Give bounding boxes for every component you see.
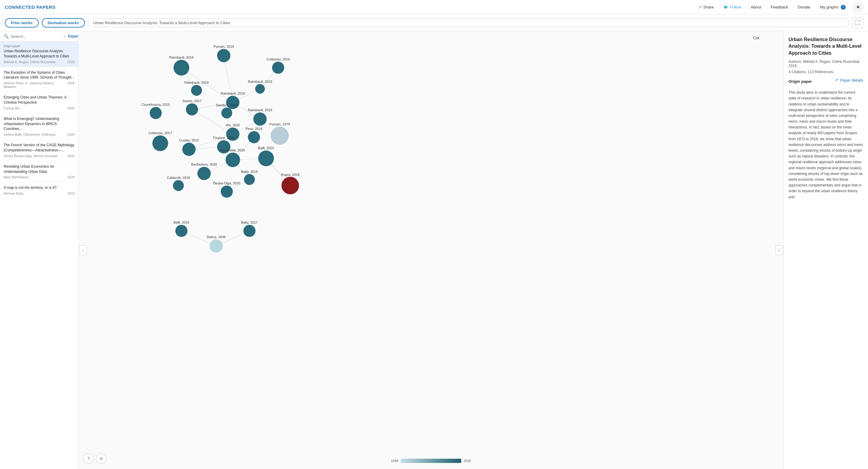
paper-item-authors: Solène Baffi, Clémentine Cottineau: [4, 133, 55, 136]
graph-node[interactable]: Rogov, 2018: [281, 173, 300, 194]
paper-list-item[interactable]: Origin paperUrban Resilience Discourse A…: [0, 41, 78, 67]
graph-node-label: Batty, 2017: [241, 221, 258, 224]
svg-point-51: [210, 239, 223, 253]
paper-item-title: What Is Emerging? Understanding Urbanisa…: [4, 116, 75, 131]
graph-controls: ? ⊙: [84, 453, 106, 464]
graph-node-label: Raimbault, 2019: [248, 80, 272, 83]
paper-item-title: Urban Resilience Discourse Analysis: Tow…: [4, 49, 75, 59]
graph-node[interactable]: Raimbault, 2018: [248, 108, 272, 126]
graph-node-label: Sanders, 2020: [216, 103, 238, 107]
svg-point-34: [221, 108, 232, 119]
fullscreen-button[interactable]: ⛶: [852, 18, 863, 28]
graph-node-label: Raimbault, 2018: [221, 92, 245, 95]
graph-node[interactable]: Rozenblat, 2018: [221, 148, 245, 167]
prior-works-button[interactable]: Prior works: [5, 18, 39, 28]
graph-node-label: Barthelemy, 2020: [191, 163, 217, 166]
graph-node-label: Pumain, 1979: [269, 123, 290, 126]
feedback-button[interactable]: Feedback: [768, 4, 790, 10]
donate-label: Donate: [798, 5, 810, 9]
graph-scroll-right[interactable]: ›: [775, 245, 783, 255]
theme-toggle-button[interactable]: ☀: [853, 2, 863, 12]
sidebar-search-input[interactable]: [10, 34, 61, 39]
recenter-button[interactable]: ⊙: [96, 453, 106, 464]
my-graphs-label: My graphs: [820, 5, 838, 9]
paper-item-year: 2018: [67, 60, 75, 64]
graph-node[interactable]: Pumain, 1979: [269, 123, 290, 145]
help-button[interactable]: ?: [84, 453, 94, 464]
paper-details-link[interactable]: Paper details: [840, 78, 863, 82]
paper-list-item[interactable]: The French Version of the CAGE Mythology…: [0, 140, 78, 161]
graph-cot-label: Cot: [753, 36, 759, 40]
graph-node-label: Bouba-Olga, 2020: [213, 181, 240, 185]
paper-item-year: 2020: [67, 154, 75, 158]
paper-list-item[interactable]: A map is not the territory, or is it?:Mi…: [0, 182, 78, 199]
share-button[interactable]: ↗ Share: [696, 4, 716, 10]
graph-node-label: Debus, 1949: [207, 235, 225, 239]
paper-item-meta: Olivier Bouba-Olga, Michel Grossetti2020: [4, 154, 75, 158]
paper-item-year: 2020: [67, 175, 75, 179]
app-logo: CONNECTED PAPERS: [5, 4, 56, 10]
follow-label: Follow: [730, 5, 741, 9]
graph-node[interactable]: Baffi, 2020: [258, 146, 274, 166]
graph-node-label: Raimbault, 2018: [184, 81, 209, 84]
svg-point-43: [258, 150, 274, 166]
donate-button[interactable]: Donate: [795, 4, 813, 10]
external-link-icon: ↗: [835, 78, 838, 82]
sidebar-search-row: 🔍 ⤢ Expand: [0, 31, 78, 41]
rp-authors: Authors: Mikhail A. Rogov, Céline Rozenb…: [788, 60, 863, 68]
paper-list-item[interactable]: Revisiting Urban Economics for Understan…: [0, 161, 78, 182]
graph-node[interactable]: Cottineau, 2017: [149, 131, 172, 151]
rp-paper-title: Urban Resilience Discourse Analysis: Tow…: [788, 36, 863, 57]
graph-node[interactable]: Peris, 2018: [246, 127, 262, 143]
graph-node[interactable]: Raimbault, 2019: [169, 56, 193, 75]
paper-list-item[interactable]: What Is Emerging? Understanding Urbanisa…: [0, 113, 78, 140]
graph-node[interactable]: Bouba-Olga, 2020: [213, 181, 240, 198]
timeline-bar: 1949 2020: [391, 459, 471, 463]
graph-node[interactable]: Coyrehourcq, 2015: [142, 103, 170, 119]
graph-node[interactable]: Debus, 1949: [207, 235, 225, 253]
paper-item-year: 2019: [67, 192, 75, 195]
paper-item-meta: Marc Barthelemy2020: [4, 175, 75, 179]
derivative-works-button[interactable]: Derivative works: [42, 18, 85, 28]
paper-list-item[interactable]: Emerging Cities and Urban Theories: A Ch…: [0, 92, 78, 113]
svg-line-2: [181, 68, 233, 102]
graph-node[interactable]: Swerts, 2017: [182, 99, 202, 115]
paper-list-item[interactable]: The Evolution of the Systems of Cities L…: [0, 67, 78, 92]
graph-node[interactable]: Caldarelli, 2018: [167, 176, 190, 191]
follow-button[interactable]: 🐦 Follow: [721, 4, 744, 10]
graph-node[interactable]: Cottineau, 2016: [266, 58, 290, 74]
svg-point-33: [186, 103, 198, 115]
graph-node[interactable]: Cuyala, 2013: [179, 138, 199, 156]
timeline-end: 2020: [464, 459, 471, 463]
graph-node[interactable]: Raimbault, 2019: [248, 80, 272, 94]
my-graphs-button[interactable]: My graphs 1: [817, 4, 848, 11]
paper-item-title: A map is not the territory, or is it?:: [4, 185, 75, 190]
graph-node[interactable]: Raimbault, 2018: [184, 81, 209, 96]
graph-svg: Pumain, 2018Raimbault, 2019Raimbault, 20…: [79, 31, 783, 469]
svg-point-39: [182, 143, 196, 156]
graph-scroll-left[interactable]: ‹: [79, 245, 87, 255]
about-label: About: [751, 5, 761, 9]
graph-node[interactable]: Batty, 2017: [241, 221, 258, 237]
left-panel: 🔍 ⤢ Expand Origin paperUrban Resilience …: [0, 31, 79, 469]
rp-section-label: Origin paper: [788, 79, 812, 84]
svg-point-29: [255, 84, 265, 94]
svg-point-50: [243, 225, 255, 237]
rp-paper-details: ↗ Paper details: [835, 78, 863, 82]
paper-item-year: 2020: [67, 133, 75, 136]
expand-button[interactable]: Expand: [68, 34, 79, 38]
graph-node-label: Peris, 2018: [246, 127, 262, 131]
graph-node[interactable]: Baffi, 2016: [174, 221, 189, 237]
graph-node-label: Coyrehourcq, 2015: [142, 103, 170, 106]
graph-node[interactable]: Barthelemy, 2020: [191, 163, 217, 180]
about-button[interactable]: About: [748, 4, 764, 10]
graph-node-label: Wu, 2020: [226, 123, 240, 127]
graph-node-label: Raimbault, 2019: [169, 56, 193, 59]
paper-item-authors: Mikhail A. Rogov, Céline Rozenblat: [4, 60, 55, 64]
graph-node[interactable]: Sanders, 2020: [216, 103, 238, 119]
graph-area[interactable]: ‹ › Cot Pumain, 2018Raimbault, 2019Raimb…: [79, 31, 783, 469]
svg-point-42: [225, 153, 240, 167]
svg-point-46: [173, 180, 184, 191]
graph-node[interactable]: Pumain, 2018: [213, 45, 234, 62]
paper-item-authors: Fulong Wu: [4, 106, 20, 110]
